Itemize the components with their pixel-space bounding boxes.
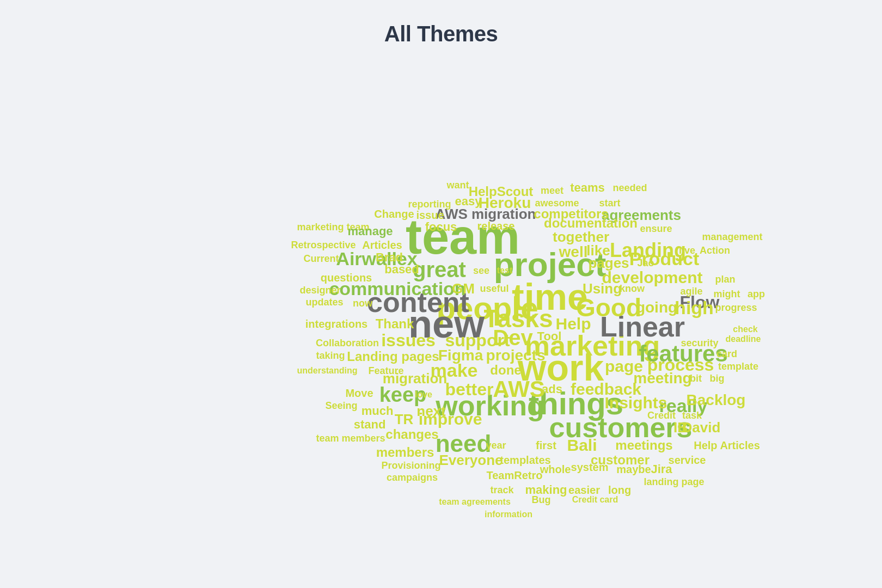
word-cloud-item: TR — [395, 411, 414, 428]
word-cloud-item: issues — [381, 330, 436, 351]
word-cloud-item: Current — [303, 253, 339, 265]
word-cloud-item: whole — [540, 463, 571, 476]
word-cloud-item: progress — [715, 302, 757, 314]
word-cloud-item: Bug — [532, 494, 551, 506]
word-cloud-item: Jira — [651, 462, 672, 476]
word-cloud-item: questions — [321, 272, 372, 284]
word-cloud-item: Provisioning — [381, 460, 440, 471]
word-cloud-item: Credit — [647, 410, 676, 421]
word-cloud-item: GM — [452, 280, 475, 297]
word-cloud-item: management — [702, 231, 762, 243]
word-cloud-item: start — [599, 198, 620, 209]
word-cloud-item: security — [681, 338, 718, 349]
word-cloud-item: service — [669, 454, 706, 467]
word-cloud-item: taking — [316, 350, 345, 362]
word-cloud-item: maybe — [616, 463, 651, 476]
word-cloud-item: needed — [612, 182, 647, 194]
word-cloud-item: Help Articles — [694, 439, 760, 452]
word-cloud-item: David — [682, 419, 721, 436]
word-cloud-item: campaigns — [387, 472, 438, 483]
word-cloud-item: big — [710, 373, 725, 384]
word-cloud-item: check — [733, 324, 757, 334]
word-cloud-item: Bali — [567, 436, 597, 455]
word-cloud-item: better — [445, 379, 494, 400]
word-cloud-item: know — [620, 283, 645, 295]
word-cloud-item: see — [473, 265, 489, 277]
word-cloud-item: changes — [385, 427, 438, 442]
word-cloud-item: task — [682, 410, 702, 421]
word-cloud-item: ads — [542, 382, 562, 396]
word-cloud-item: Move — [345, 387, 373, 400]
word-cloud-item: Retrospective — [291, 240, 356, 251]
word-cloud-item: agile — [680, 286, 702, 297]
word-cloud-item: Collaboration — [316, 338, 379, 349]
word-cloud-item: page — [605, 357, 643, 376]
word-cloud-item: members — [376, 445, 434, 460]
word-cloud-item: process — [647, 355, 714, 375]
word-cloud-item: Using — [583, 280, 622, 297]
word-cloud-item: reporting — [408, 199, 451, 210]
word-cloud-item: system — [571, 461, 609, 474]
word-cloud-item: stand — [354, 418, 386, 432]
word-cloud-item: TeamRetro — [487, 469, 543, 482]
word-cloud-item: Tool — [537, 329, 562, 344]
word-cloud-item: Seeing — [325, 400, 357, 412]
word-cloud-item: meetings — [615, 438, 672, 453]
word-cloud-item: useful — [480, 283, 509, 295]
word-cloud-item: awesome — [535, 198, 579, 209]
word-cloud-item: meet — [541, 185, 564, 197]
word-cloud-item: release — [477, 220, 515, 232]
word-cloud: teampeopletimeprojectnewworkmarketingwor… — [169, 68, 713, 460]
word-cloud-item: based — [384, 262, 419, 277]
word-cloud-item: high — [675, 297, 714, 318]
word-cloud-item: Backlog — [687, 391, 746, 409]
word-cloud-item: ensure — [640, 223, 672, 235]
word-cloud-item: live — [679, 245, 695, 256]
word-cloud-item: manage — [347, 224, 393, 238]
word-cloud-item: well — [559, 243, 588, 261]
word-cloud-item: AWS — [493, 376, 545, 402]
word-cloud-item: next — [416, 403, 445, 420]
word-cloud-item: team members — [316, 433, 385, 444]
word-cloud-item: focus — [425, 220, 457, 234]
word-cloud-item: test — [497, 266, 512, 275]
word-cloud-item: plan — [715, 274, 735, 285]
word-cloud-item: first — [536, 439, 556, 452]
word-cloud-item: template — [718, 361, 758, 372]
word-cloud-item: now — [353, 298, 372, 309]
word-cloud-item: done — [490, 363, 521, 378]
word-cloud-item: might — [714, 289, 740, 300]
word-cloud-item: love — [415, 390, 432, 400]
word-cloud-item: want — [446, 180, 469, 191]
word-cloud-item: year — [486, 440, 506, 451]
word-cloud-item: understanding — [297, 366, 357, 376]
word-cloud-item: track — [490, 485, 513, 496]
word-cloud-item: projects — [486, 347, 546, 364]
word-cloud-item: team agreements — [439, 497, 511, 507]
word-cloud-item: teams — [570, 181, 605, 195]
word-cloud-item: Credit card — [572, 495, 618, 505]
word-cloud-item: information — [485, 510, 532, 519]
word-cloud-item: Feature — [368, 365, 403, 377]
word-cloud-item: app — [748, 289, 765, 300]
word-cloud-item: integrations — [305, 318, 367, 330]
word-cloud-item: great — [413, 258, 466, 282]
word-cloud-item: Everyone — [439, 452, 503, 469]
word-cloud-item: Landing pages — [347, 349, 439, 364]
page-title: All Themes — [384, 22, 498, 46]
word-cloud-item: bit — [690, 373, 702, 384]
word-cloud-item: landing page — [644, 476, 704, 488]
word-cloud-item: going — [636, 299, 677, 316]
word-cloud-item: like — [586, 242, 610, 259]
word-cloud-item: much — [362, 404, 394, 418]
word-cloud-item: Jao — [637, 258, 654, 269]
word-cloud-item: card — [716, 348, 737, 360]
word-cloud-item: Thank — [376, 316, 414, 332]
word-cloud-item: feedback — [571, 380, 641, 399]
word-cloud-item: Figma — [438, 347, 483, 364]
word-cloud-item: easy — [455, 194, 482, 209]
word-cloud-item: Articles — [362, 239, 402, 252]
word-cloud-item: updates — [305, 297, 343, 308]
word-cloud-item: deadline — [726, 334, 761, 344]
word-cloud-item: Action — [700, 245, 730, 256]
